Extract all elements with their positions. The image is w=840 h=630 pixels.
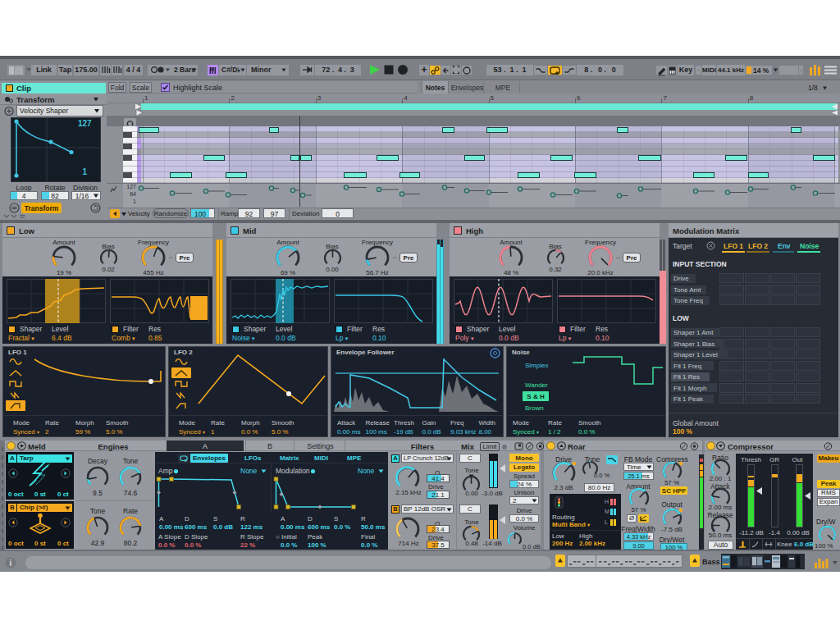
svg-text:i: i	[10, 559, 12, 568]
